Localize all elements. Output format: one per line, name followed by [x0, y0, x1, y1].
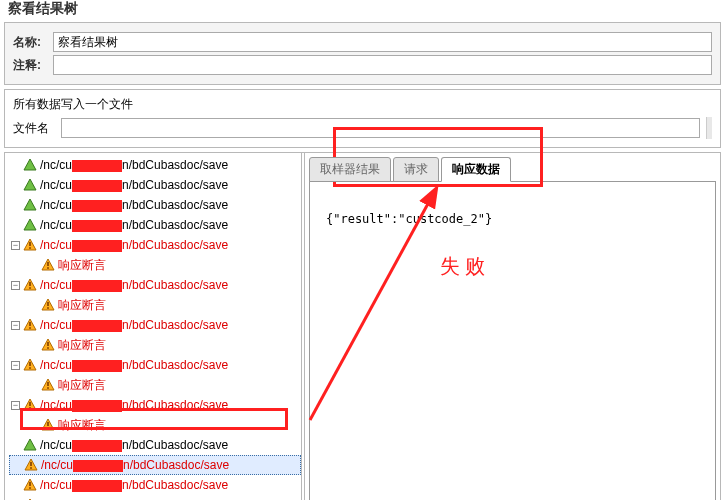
tree-toggle-leaf: [11, 201, 20, 210]
name-input[interactable]: [53, 32, 712, 52]
tree-toggle-icon[interactable]: −: [11, 401, 20, 410]
svg-rect-32: [47, 422, 49, 426]
tree-toggle-icon[interactable]: −: [11, 361, 20, 370]
split-pane: /nc/cun/bdCubasdoc/save/nc/cun/bdCubasdo…: [4, 152, 721, 500]
svg-rect-6: [29, 247, 31, 249]
warning-icon: [41, 258, 55, 272]
svg-rect-36: [30, 462, 32, 466]
tree-node-label: /nc/cun/bdCubasdoc/save: [40, 398, 228, 412]
browse-button[interactable]: [706, 117, 712, 139]
warning-icon: [23, 278, 37, 292]
success-icon: [23, 158, 37, 172]
tab-sampler-result[interactable]: 取样器结果: [309, 157, 391, 182]
svg-rect-15: [47, 307, 49, 309]
svg-rect-27: [47, 387, 49, 389]
tree-node[interactable]: −/nc/cun/bdCubasdoc/save: [9, 355, 301, 375]
assertion-label: 响应断言: [58, 377, 106, 394]
tree-toggle-leaf: [11, 221, 20, 230]
file-panel: 所有数据写入一个文件 文件名: [4, 89, 721, 148]
response-body-text: {"result":"custcode_2"}: [326, 212, 492, 226]
svg-rect-29: [29, 402, 31, 406]
tree-toggle-leaf: [29, 421, 38, 430]
tree-node[interactable]: /nc/cun/bdCubasdoc/save: [9, 495, 301, 500]
svg-rect-23: [29, 362, 31, 366]
tree-toggle-leaf: [29, 341, 38, 350]
tree-toggle-leaf: [11, 481, 20, 490]
filename-input[interactable]: [61, 118, 700, 138]
tree-node-label: /nc/cun/bdCubasdoc/save: [41, 458, 229, 472]
warning-icon: [23, 358, 37, 372]
tree-node-assertion[interactable]: 响应断言: [27, 375, 301, 395]
tree-toggle-leaf: [29, 301, 38, 310]
comment-label: 注释:: [13, 57, 53, 74]
success-icon: [23, 438, 37, 452]
tab-bar: 取样器结果 请求 响应数据: [309, 157, 716, 182]
response-data-area[interactable]: {"result":"custcode_2"}: [309, 181, 716, 500]
tree-node[interactable]: /nc/cun/bdCubasdoc/save: [9, 175, 301, 195]
warning-icon: [23, 318, 37, 332]
tree-node[interactable]: /nc/cun/bdCubasdoc/save: [9, 455, 301, 475]
results-tree-panel[interactable]: /nc/cun/bdCubasdoc/save/nc/cun/bdCubasdo…: [5, 153, 305, 500]
tree-node-label: /nc/cun/bdCubasdoc/save: [40, 178, 228, 192]
comment-input[interactable]: [53, 55, 712, 75]
svg-rect-39: [29, 482, 31, 486]
assertion-label: 响应断言: [58, 417, 106, 434]
success-icon: [23, 178, 37, 192]
tree-toggle-leaf: [12, 461, 21, 470]
tree-node-label: /nc/cun/bdCubasdoc/save: [40, 358, 228, 372]
svg-rect-37: [30, 467, 32, 469]
tree-node-label: /nc/cun/bdCubasdoc/save: [40, 158, 228, 172]
tree-node[interactable]: −/nc/cun/bdCubasdoc/save: [9, 315, 301, 335]
assertion-label: 响应断言: [58, 337, 106, 354]
tree-node[interactable]: /nc/cun/bdCubasdoc/save: [9, 475, 301, 495]
tree-toggle-leaf: [11, 181, 20, 190]
tree-node-assertion[interactable]: 响应断言: [27, 415, 301, 435]
tree-toggle-leaf: [11, 161, 20, 170]
detail-panel: 取样器结果 请求 响应数据 {"result":"custcode_2"}: [305, 153, 720, 500]
tab-response-data[interactable]: 响应数据: [441, 157, 511, 182]
success-icon: [23, 218, 37, 232]
tree-node-label: /nc/cun/bdCubasdoc/save: [40, 198, 228, 212]
svg-marker-0: [24, 159, 36, 170]
svg-rect-18: [29, 327, 31, 329]
warning-icon: [41, 338, 55, 352]
filename-label: 文件名: [13, 120, 55, 137]
warning-icon: [41, 298, 55, 312]
svg-rect-26: [47, 382, 49, 386]
svg-rect-17: [29, 322, 31, 326]
svg-rect-12: [29, 287, 31, 289]
svg-rect-33: [47, 427, 49, 429]
tree-toggle-icon[interactable]: −: [11, 321, 20, 330]
svg-rect-8: [47, 262, 49, 266]
tree-toggle-icon[interactable]: −: [11, 281, 20, 290]
tree-toggle-leaf: [29, 261, 38, 270]
tree-node-assertion[interactable]: 响应断言: [27, 295, 301, 315]
tree-node-label: /nc/cun/bdCubasdoc/save: [40, 318, 228, 332]
success-icon: [23, 198, 37, 212]
tree-toggle-icon[interactable]: −: [11, 241, 20, 250]
tree-toggle-leaf: [29, 381, 38, 390]
tree-node-label: /nc/cun/bdCubasdoc/save: [40, 438, 228, 452]
tree-node-assertion[interactable]: 响应断言: [27, 335, 301, 355]
tree-node[interactable]: /nc/cun/bdCubasdoc/save: [9, 215, 301, 235]
tree-node[interactable]: /nc/cun/bdCubasdoc/save: [9, 435, 301, 455]
tree-node[interactable]: /nc/cun/bdCubasdoc/save: [9, 155, 301, 175]
results-tree[interactable]: /nc/cun/bdCubasdoc/save/nc/cun/bdCubasdo…: [5, 155, 301, 500]
tree-node[interactable]: /nc/cun/bdCubasdoc/save: [9, 195, 301, 215]
warning-icon: [41, 378, 55, 392]
tree-node-assertion[interactable]: 响应断言: [27, 255, 301, 275]
svg-rect-24: [29, 367, 31, 369]
tree-node-label: /nc/cun/bdCubasdoc/save: [40, 218, 228, 232]
tree-toggle-leaf: [11, 441, 20, 450]
svg-rect-9: [47, 267, 49, 269]
tab-request[interactable]: 请求: [393, 157, 439, 182]
tree-node[interactable]: −/nc/cun/bdCubasdoc/save: [9, 275, 301, 295]
svg-rect-40: [29, 487, 31, 489]
tree-node[interactable]: −/nc/cun/bdCubasdoc/save: [9, 235, 301, 255]
assertion-label: 响应断言: [58, 297, 106, 314]
assertion-label: 响应断言: [58, 257, 106, 274]
form-panel: 名称: 注释:: [4, 22, 721, 85]
warning-icon: [24, 458, 38, 472]
tree-node[interactable]: −/nc/cun/bdCubasdoc/save: [9, 395, 301, 415]
svg-marker-1: [24, 179, 36, 190]
